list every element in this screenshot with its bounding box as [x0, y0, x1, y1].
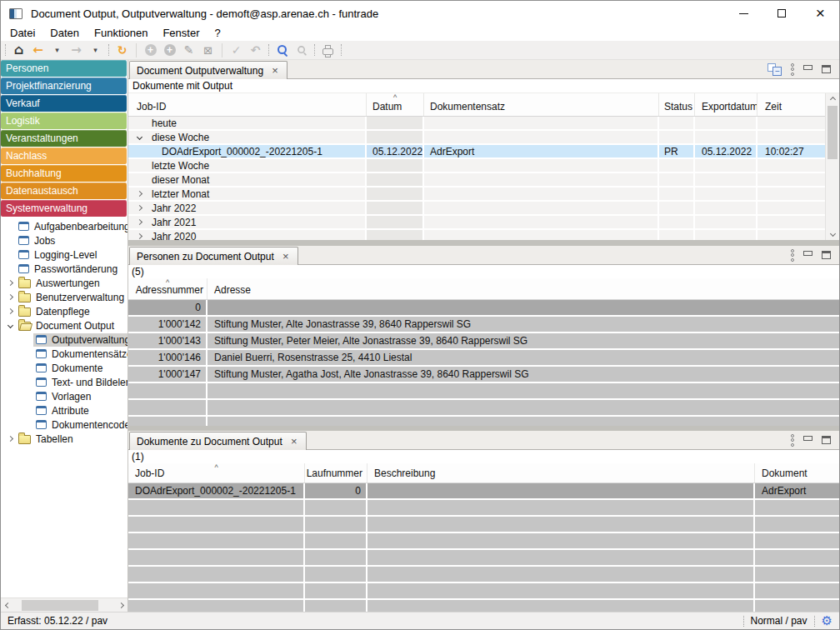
- column-header-dokumentensatz[interactable]: Dokumentensatz: [424, 93, 659, 116]
- dropdown-caret-button[interactable]: ▾: [86, 42, 105, 59]
- refresh-button[interactable]: ↻: [112, 42, 132, 59]
- tree-item-outputverwaltung[interactable]: Outputverwaltung: [1, 332, 128, 347]
- table-row[interactable]: [128, 500, 839, 517]
- menu-funktionen[interactable]: Funktionen: [87, 26, 155, 41]
- tree-item-vorlagen[interactable]: Vorlagen: [1, 389, 128, 403]
- table-row[interactable]: Jahr 2021: [128, 216, 825, 230]
- column-header-exportdatum[interactable]: Exportdatum: [695, 93, 758, 116]
- tree-item-datenpflege[interactable]: Datenpflege: [1, 304, 128, 318]
- column-header-zeit[interactable]: Zeit: [758, 93, 825, 116]
- collapse-all-button[interactable]: [768, 63, 782, 76]
- confirm-button[interactable]: ✓: [227, 42, 246, 59]
- minimize-button[interactable]: [724, 1, 762, 26]
- sidebar-module-buchhaltung[interactable]: Buchhaltung: [1, 165, 127, 182]
- tree-item-logging-level[interactable]: Logging-Level: [1, 248, 128, 262]
- add-button[interactable]: +: [141, 42, 160, 59]
- tree-item-dokumente[interactable]: Dokumente: [1, 361, 128, 375]
- tree-item-benutzerverwaltung[interactable]: Benutzerverwaltung: [1, 290, 128, 304]
- menu-daten[interactable]: Daten: [42, 26, 87, 41]
- column-header-dokument[interactable]: Dokument: [755, 463, 839, 482]
- minimize-panel-button[interactable]: [803, 65, 812, 73]
- undo-button[interactable]: ↶: [246, 42, 265, 59]
- column-header-job-id[interactable]: Job-ID: [128, 93, 367, 116]
- tab-close-icon[interactable]: [270, 65, 280, 77]
- sidebar-module-datenaustausch[interactable]: Datenaustausch: [1, 182, 127, 199]
- column-header-adressnummer[interactable]: Adressnummer^: [128, 278, 208, 299]
- chevron-right-icon[interactable]: [136, 205, 142, 211]
- tree-item-text-und-bildelemente[interactable]: Text- und Bildelemente: [1, 375, 128, 389]
- back-button[interactable]: ←: [28, 42, 48, 59]
- chevron-down-icon[interactable]: [7, 322, 12, 328]
- tree-item-document-output[interactable]: Document Output: [1, 318, 128, 332]
- column-header-laufnummer[interactable]: Laufnummer: [305, 463, 368, 482]
- search-secondary-button[interactable]: [292, 42, 311, 59]
- tree-item-aufgabenbearbeitung[interactable]: Aufgabenbearbeitung: [1, 219, 128, 233]
- sidebar-module-verkauf[interactable]: Verkauf: [1, 95, 127, 112]
- forward-button[interactable]: →: [67, 42, 86, 59]
- sidebar-module-nachlass[interactable]: Nachlass: [1, 148, 127, 164]
- tree-item-auswertungen[interactable]: Auswertungen: [1, 276, 128, 290]
- table-row[interactable]: [128, 517, 839, 533]
- tree-item-passwortänderung[interactable]: Passwortänderung: [1, 262, 128, 276]
- table-row[interactable]: 1'000'146Daniel Buerri, Rosenstrasse 25,…: [128, 350, 839, 367]
- maximize-panel-button[interactable]: [822, 436, 831, 444]
- sidebar-module-logistik[interactable]: Logistik: [1, 112, 127, 129]
- tree-item-dokumentencodes[interactable]: Dokumentencodes: [1, 418, 128, 432]
- table-row[interactable]: Jahr 2020: [128, 230, 825, 240]
- menu-?[interactable]: ?: [207, 26, 228, 41]
- tree-item-jobs[interactable]: Jobs: [1, 233, 128, 248]
- sidebar-module-projektfinanzierung[interactable]: Projektfinanzierung: [1, 78, 127, 94]
- table-row[interactable]: [128, 583, 839, 600]
- scrollbar-track[interactable]: [826, 106, 839, 228]
- chevron-right-icon[interactable]: [7, 308, 12, 314]
- vertical-scrollbar[interactable]: [825, 93, 839, 240]
- scroll-up-button[interactable]: [831, 93, 835, 106]
- table-row[interactable]: dieser Monat: [128, 173, 825, 188]
- more-options-button[interactable]: [791, 63, 794, 76]
- tree-item-dokumentensätze[interactable]: Dokumentensätze: [1, 347, 128, 361]
- table-row[interactable]: 1'000'143Stiftung Muster, Peter Meier, A…: [128, 333, 839, 350]
- column-header-beschreibung[interactable]: Beschreibung: [368, 463, 755, 482]
- chevron-right-icon[interactable]: [7, 294, 12, 300]
- search-button[interactable]: [272, 42, 292, 59]
- maximize-panel-button[interactable]: [822, 251, 831, 259]
- sidebar-module-personen[interactable]: Personen: [1, 60, 127, 77]
- table-row[interactable]: [128, 567, 839, 583]
- scrollbar-thumb[interactable]: [828, 106, 838, 159]
- tab-dokumente-zu-document-output[interactable]: Dokumente zu Document Output: [129, 432, 307, 450]
- menu-fenster[interactable]: Fenster: [155, 26, 207, 41]
- column-header-datum[interactable]: Datum^: [367, 93, 424, 116]
- chevron-right-icon[interactable]: [136, 191, 142, 197]
- table-row[interactable]: 1'000'147Stiftung Muster, Agatha Jost, A…: [128, 367, 839, 383]
- sidebar-horizontal-scrollbar[interactable]: [1, 598, 128, 612]
- maximize-button[interactable]: [762, 1, 801, 26]
- tree-item-tabellen[interactable]: Tabellen: [1, 432, 128, 446]
- table-row[interactable]: [128, 533, 839, 550]
- chevron-right-icon[interactable]: [7, 280, 12, 286]
- home-button[interactable]: ⌂: [9, 42, 28, 59]
- dropdown-caret-button[interactable]: ▾: [48, 42, 67, 59]
- tree-item-attribute[interactable]: Attribute: [1, 403, 128, 418]
- table-row[interactable]: DOAdrExport_000002_-20221205-105.12.2022…: [128, 145, 825, 159]
- scroll-left-button[interactable]: [1, 603, 14, 608]
- edit-button[interactable]: ✎: [179, 42, 198, 59]
- table-row[interactable]: [128, 417, 839, 426]
- sidebar-module-veranstaltungen[interactable]: Veranstaltungen: [1, 130, 127, 147]
- splitter[interactable]: [128, 240, 839, 246]
- column-header-job-id[interactable]: Job-ID^: [128, 463, 305, 482]
- table-row[interactable]: letzte Woche: [128, 159, 825, 173]
- scrollbar-track[interactable]: [14, 600, 114, 611]
- tab-document-outputverwaltung[interactable]: Document Outputverwaltung: [129, 61, 288, 79]
- minimize-panel-button[interactable]: [803, 251, 812, 259]
- chevron-right-icon[interactable]: [136, 233, 142, 239]
- add-alt-button[interactable]: +: [160, 42, 179, 59]
- more-options-button[interactable]: [791, 434, 794, 447]
- table-row[interactable]: [128, 383, 839, 400]
- chevron-right-icon[interactable]: [7, 436, 12, 442]
- sidebar-module-systemverwaltung[interactable]: Systemverwaltung: [1, 200, 127, 217]
- table-row[interactable]: DOAdrExport_000002_-20221205-10AdrExport: [128, 483, 839, 500]
- table-row[interactable]: diese Woche: [128, 131, 825, 145]
- table-row[interactable]: heute: [128, 117, 825, 131]
- tab-close-icon[interactable]: [289, 436, 299, 448]
- menu-datei[interactable]: Datei: [2, 26, 42, 41]
